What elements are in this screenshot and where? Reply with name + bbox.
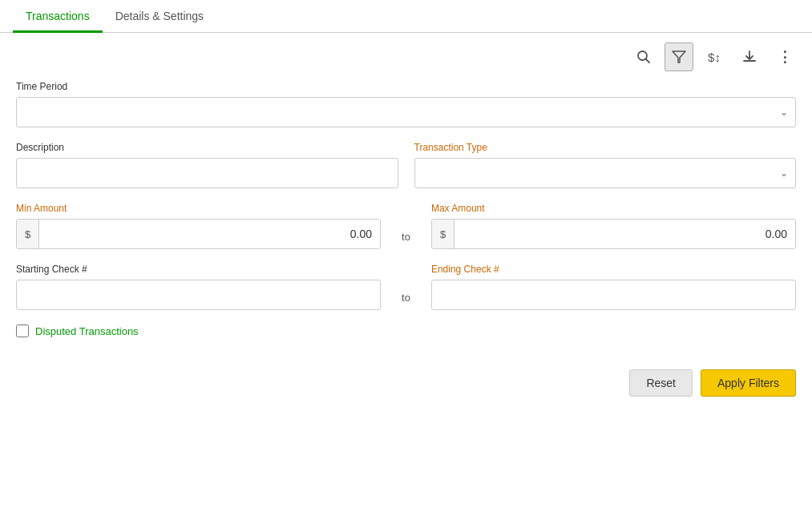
max-amount-group: $ [431,219,796,249]
sort-button[interactable]: $↕ [700,42,729,71]
transaction-type-label: Transaction Type [414,142,797,153]
ending-check-input[interactable] [431,280,796,310]
max-amount-label: Max Amount [431,203,796,214]
download-icon [741,49,757,65]
filter-button[interactable] [665,42,693,71]
min-amount-col: Min Amount $ [16,203,381,249]
filter-icon [672,50,686,64]
min-amount-input[interactable] [39,220,380,248]
disputed-transactions-label[interactable]: Disputed Transactions [35,325,139,337]
min-amount-label: Min Amount [16,203,381,214]
tab-transactions[interactable]: Transactions [13,0,103,33]
apply-filters-button[interactable]: Apply Filters [701,369,796,397]
check-row: Starting Check # to Ending Check # [16,264,796,310]
disputed-transactions-checkbox[interactable] [16,325,29,337]
min-amount-group: $ [16,219,381,249]
ending-check-col: Ending Check # [431,264,796,310]
svg-marker-2 [673,51,685,62]
description-col: Description [16,142,398,188]
amount-row: Min Amount $ to Max Amount $ [16,203,796,249]
check-to-separator: to [397,264,415,310]
max-amount-input[interactable] [454,220,795,248]
transaction-type-select[interactable] [414,158,797,188]
svg-line-1 [646,59,650,63]
tab-details-settings[interactable]: Details & Settings [103,0,217,33]
footer-buttons: Reset Apply Filters [0,353,812,409]
amount-to-separator: to [397,203,415,249]
time-period-select[interactable] [16,97,796,127]
description-input[interactable] [16,158,398,188]
more-icon: ⋮ [778,48,793,66]
search-icon [636,49,652,65]
max-currency-symbol: $ [432,220,454,248]
reset-button[interactable]: Reset [629,369,693,397]
starting-check-input[interactable] [16,280,381,310]
max-amount-col: Max Amount $ [431,203,796,249]
tabs-container: Transactions Details & Settings [0,0,812,33]
description-label: Description [16,142,398,153]
disputed-transactions-row: Disputed Transactions [16,325,796,337]
description-transaction-row: Description Transaction Type ⌄ [16,142,796,188]
search-button[interactable] [629,42,658,71]
starting-check-label: Starting Check # [16,264,381,275]
time-period-wrapper: ⌄ [16,97,796,127]
max-amount-wrapper: $ [431,219,796,249]
download-button[interactable] [735,42,764,71]
transaction-type-wrapper: ⌄ [414,158,797,188]
toolbar: $↕ ⋮ [0,33,812,81]
starting-check-col: Starting Check # [16,264,381,310]
transaction-type-col: Transaction Type ⌄ [414,142,797,188]
time-period-row: Time Period ⌄ [16,81,796,127]
ending-check-label: Ending Check # [431,264,796,275]
filter-area: Time Period ⌄ Description Transaction Ty… [0,81,812,353]
sort-icon: $↕ [708,50,721,64]
min-amount-wrapper: $ [16,219,381,249]
min-currency-symbol: $ [17,220,39,248]
time-period-label: Time Period [16,81,796,92]
more-button[interactable]: ⋮ [770,42,799,71]
